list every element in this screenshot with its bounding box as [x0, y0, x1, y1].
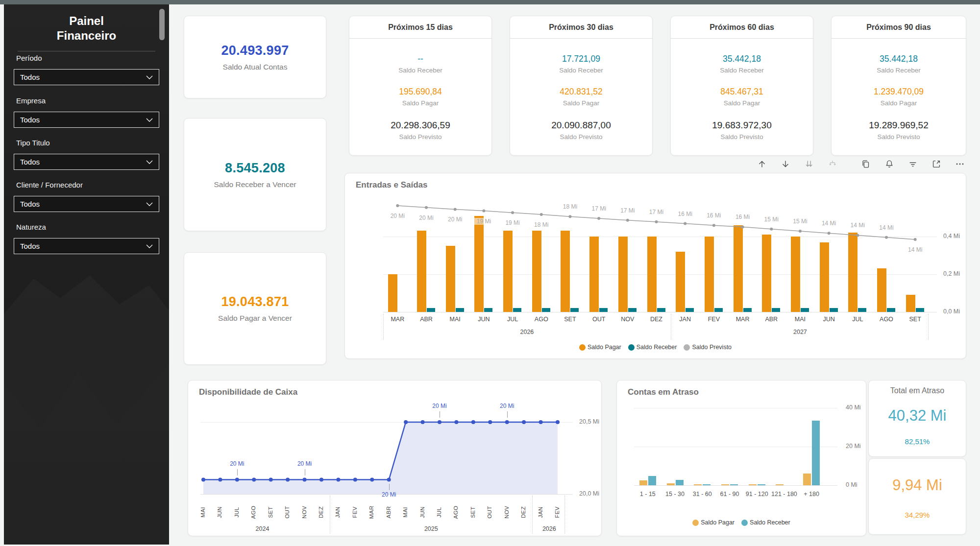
label-callout: [237, 469, 238, 475]
saldo-previsto-data-label: 20 Mi: [441, 216, 469, 223]
drill-next-level-icon[interactable]: [803, 158, 815, 170]
point-data-label: 20 Mi: [225, 460, 249, 467]
forecast-row: 19.289.969,52 Saldo Previsto: [869, 120, 929, 141]
bar-saldo-pagar[interactable]: [776, 484, 784, 485]
drill-down-icon[interactable]: [779, 158, 792, 170]
saldo-previsto-value: 20.298.306,59: [391, 120, 450, 131]
label-callout: [389, 484, 390, 490]
forecast-card-90-dias[interactable]: Próximos 90 dias 35.442,18 Saldo Receber…: [831, 16, 966, 156]
x-axis-month-label: DEZ: [318, 498, 325, 527]
saldo-previsto-data-label: 19 Mi: [470, 218, 497, 225]
dropdown-value: Todos: [20, 116, 146, 124]
forecast-row: 420.831,52 Saldo Pagar: [560, 87, 603, 107]
saldo-previsto-data-label: 14 Mi: [873, 224, 900, 231]
forecast-card-30-dias[interactable]: Próximos 30 dias 17.721,09 Saldo Receber…: [510, 16, 653, 156]
x-axis-month-label: JAN: [335, 498, 342, 527]
year-separator: [928, 314, 929, 339]
focus-mode-icon[interactable]: [930, 158, 943, 170]
forecast-row: 35.442,18 Saldo Receber: [720, 54, 763, 74]
dashboard-title: Painel Financeiro: [40, 14, 133, 43]
bar-saldo-receber[interactable]: [730, 484, 738, 485]
forecast-row: 1.239.470,09 Saldo Pagar: [874, 87, 924, 107]
legend-item-saldo-previsto[interactable]: Saldo Previsto: [684, 344, 732, 351]
contas-em-atraso-plot: 0 Mi20 Mi40 Mi1 - 1515 - 3031 - 6061 - 9…: [634, 408, 825, 528]
saldo-previsto-data-label: 15 Mi: [758, 216, 785, 223]
alert-bell-icon[interactable]: [883, 158, 896, 170]
x-axis-month-label: FEV: [554, 498, 561, 527]
forecast-row: 17.721,09 Saldo Receber: [559, 54, 603, 74]
bar-saldo-receber[interactable]: [703, 484, 710, 485]
kpi-card-saldo-receber-vencer[interactable]: 8.545.208 Saldo Receber a Vencer: [184, 118, 326, 231]
kpi-value: 8.545.208: [225, 161, 285, 176]
kpi-card-saldo-pagar-vencer[interactable]: 19.043.871 Saldo Pagar a Vencer: [184, 252, 326, 365]
bar-saldo-receber[interactable]: [676, 480, 684, 485]
forecast-card-15-dias[interactable]: Próximos 15 dias -- Saldo Receber 195.69…: [349, 16, 492, 156]
entradas-saidas-panel: Entradas e Saídas 0,0 Mi0,2 Mi0,4 MiMARA…: [344, 173, 966, 359]
bar-saldo-pagar[interactable]: [667, 483, 675, 485]
year-separator: [383, 314, 384, 339]
bar-saldo-pagar[interactable]: [749, 484, 757, 485]
bar-saldo-pagar[interactable]: [721, 484, 729, 485]
saldo-pagar-label: Saldo Pagar: [720, 99, 763, 107]
kpi-label: Saldo Pagar a Vencer: [218, 314, 292, 323]
legend-item-saldo-pagar[interactable]: Saldo Pagar: [692, 519, 735, 526]
legend-item-saldo-receber[interactable]: Saldo Receber: [628, 344, 677, 351]
saldo-previsto-label: Saldo Previsto: [551, 133, 611, 141]
disponibilidade-caixa-panel: Disponibilidade de Caixa 20,5 Mi20,0 Mi2…: [188, 380, 602, 536]
x-axis-month-label: NOV: [301, 498, 308, 527]
kpi-card-saldo-atual[interactable]: 20.493.997 Saldo Atual Contas: [184, 16, 326, 98]
saldo-previsto-label: Saldo Previsto: [391, 133, 450, 141]
saldo-receber-value: --: [398, 54, 442, 64]
forecast-card-title: Próximos 90 dias: [832, 16, 966, 39]
x-axis-month-label: MAI: [200, 498, 207, 527]
bar-saldo-pagar[interactable]: [639, 480, 647, 485]
x-axis-month-label: OUT: [284, 498, 291, 527]
filter-group-tipo-titulo: Tipo Titulo Todos: [4, 139, 169, 147]
y-axis-tick: 20 Mi: [846, 443, 861, 450]
copy-icon[interactable]: [859, 158, 872, 170]
bar-saldo-receber[interactable]: [812, 421, 820, 485]
saldo-previsto-data-label: 16 Mi: [700, 212, 728, 219]
drill-up-icon[interactable]: [756, 158, 768, 170]
contas-em-atraso-legend: Saldo PagarSaldo Receber: [617, 519, 866, 526]
contas-em-atraso-panel: Contas em Atraso 0 Mi20 Mi40 Mi1 - 1515 …: [616, 380, 866, 536]
forecast-card-60-dias[interactable]: Próximos 60 dias 35.442,18 Saldo Receber…: [670, 16, 813, 156]
saldo-receber-label: Saldo Receber: [720, 67, 763, 74]
filter-dropdown-empresa[interactable]: Todos: [14, 112, 159, 128]
x-axis-month-label: DEZ: [520, 498, 527, 527]
filter-group-natureza: Natureza Todos: [4, 223, 169, 231]
filter-label-natureza: Natureza: [16, 223, 169, 231]
filter-dropdown-cliente-fornecedor[interactable]: Todos: [14, 196, 159, 212]
saldo-pagar-value: 195.690,84: [399, 87, 442, 97]
year-separator: [330, 496, 330, 534]
filter-dropdown-periodo[interactable]: Todos: [14, 69, 159, 85]
y-axis-tick: 20,0 Mi: [579, 490, 599, 497]
saldo-pagar-value: 845.467,31: [720, 87, 763, 97]
legend-item-saldo-pagar[interactable]: Saldo Pagar: [579, 344, 621, 351]
total-em-atraso-receber-card[interactable]: Total em Atraso 40,32 Mi 82,51%: [868, 380, 966, 457]
y-axis-tick: 0 Mi: [846, 481, 858, 488]
x-axis-month-label: JUN: [217, 498, 223, 527]
expand-all-levels-icon[interactable]: [826, 158, 839, 170]
forecast-row: 195.690,84 Saldo Pagar: [399, 87, 442, 107]
forecast-card-title: Próximos 60 dias: [671, 16, 813, 39]
filter-dropdown-tipo-titulo[interactable]: Todos: [14, 154, 159, 170]
sidebar-scrollbar[interactable]: [159, 9, 165, 40]
x-axis-month-label: AGO: [250, 498, 257, 527]
total-pagar-value: 9,94 Mi: [869, 476, 966, 494]
saldo-previsto-data-label: 17 Mi: [585, 205, 612, 212]
legend-item-saldo-receber[interactable]: Saldo Receber: [741, 519, 790, 526]
entradas-saidas-legend: Saldo PagarSaldo ReceberSaldo Previsto: [345, 344, 966, 351]
bar-saldo-pagar[interactable]: [803, 474, 811, 485]
bar-saldo-receber[interactable]: [648, 476, 656, 485]
bar-saldo-receber[interactable]: [758, 484, 765, 485]
label-callout: [507, 411, 508, 418]
total-em-atraso-pagar-card[interactable]: 9,94 Mi 34,29%: [868, 458, 966, 535]
filter-dropdown-natureza[interactable]: Todos: [14, 238, 159, 254]
filters-icon[interactable]: [906, 158, 919, 170]
more-options-icon[interactable]: [954, 158, 966, 170]
bar-saldo-pagar[interactable]: [694, 484, 702, 485]
saldo-receber-label: Saldo Receber: [398, 67, 442, 74]
kpi-label: Saldo Atual Contas: [223, 63, 288, 71]
filter-group-periodo: Período Todos: [4, 54, 169, 62]
